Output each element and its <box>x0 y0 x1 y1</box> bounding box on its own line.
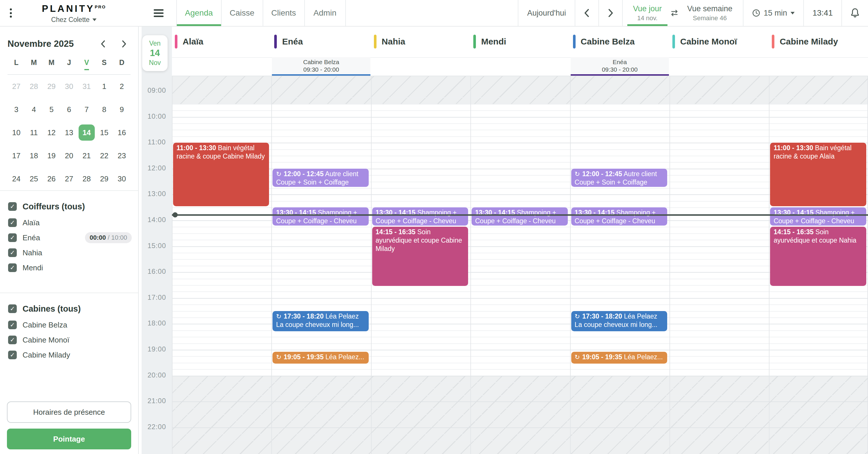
day-cell[interactable]: 7 <box>79 101 95 118</box>
day-cell[interactable]: 11 <box>26 125 42 141</box>
event[interactable]: 14:15 - 16:35 Soin ayurvédique et coupe … <box>770 227 866 286</box>
filter-group-header[interactable]: ✓Cabines (tous) <box>0 300 138 317</box>
event[interactable]: 11:00 - 13:30 Bain végétal racine & coup… <box>173 143 269 206</box>
calendar-grid[interactable]: 11:00 - 13:30 Bain végétal racine & coup… <box>172 76 868 454</box>
tab-clients[interactable]: Clients <box>262 0 304 26</box>
assignment-chip[interactable]: Enéa09:30 - 20:00 <box>571 57 669 76</box>
checkbox-checked[interactable]: ✓ <box>8 218 17 227</box>
day-cell[interactable]: 4 <box>26 101 42 118</box>
day-cell[interactable]: 8 <box>96 101 113 118</box>
day-cell[interactable]: 9 <box>114 101 130 118</box>
filter-item[interactable]: ✓Nahia <box>0 245 138 260</box>
day-cell[interactable]: 23 <box>114 148 130 164</box>
event[interactable]: 13:30 - 14:15 Shampoing + Coupe + Coiffa… <box>273 207 368 226</box>
day-cell[interactable]: 6 <box>61 101 77 118</box>
day-cell[interactable]: 19 <box>43 148 60 164</box>
day-cell[interactable]: 3 <box>8 101 24 118</box>
view-day-button[interactable]: Vue jour 14 nov. <box>630 0 665 26</box>
day-cell[interactable]: 29 <box>43 78 60 94</box>
store-switcher[interactable]: Chez Colette <box>51 16 96 24</box>
day-cell[interactable]: 12 <box>43 125 60 141</box>
tab-agenda[interactable]: Agenda <box>176 0 221 26</box>
event[interactable]: ↻12:00 - 12:45 Autre clientCoupe + Soin … <box>571 169 667 187</box>
day-cell[interactable]: 1 <box>96 78 113 94</box>
prev-day-button[interactable] <box>575 0 598 26</box>
tab-caisse[interactable]: Caisse <box>221 0 262 26</box>
day-cell[interactable]: 15 <box>96 125 113 141</box>
day-cell[interactable]: 28 <box>26 78 42 94</box>
checkbox-checked[interactable]: ✓ <box>8 321 17 329</box>
next-day-button[interactable] <box>598 0 622 26</box>
filter-item[interactable]: ✓Cabine Belza <box>0 317 138 332</box>
hamburger-menu-icon[interactable] <box>150 5 167 21</box>
day-cell[interactable]: 18 <box>26 148 42 164</box>
checkbox-checked[interactable]: ✓ <box>8 335 17 344</box>
day-cell[interactable]: 30 <box>61 78 77 94</box>
day-cell[interactable]: 26 <box>43 171 60 187</box>
event[interactable]: ↻19:05 - 19:35 Léa Pelaez... <box>273 352 368 364</box>
view-week-button[interactable]: Vue semaine Semaine 46 <box>684 0 736 26</box>
assignment-chip[interactable]: Cabine Belza09:30 - 20:00 <box>272 57 370 76</box>
today-button[interactable]: Aujourd'hui <box>518 0 575 26</box>
mini-calendar-prev-button[interactable] <box>100 40 106 48</box>
checkbox-checked[interactable]: ✓ <box>8 248 17 257</box>
checkbox-checked[interactable]: ✓ <box>8 263 17 272</box>
day-cell[interactable]: 22 <box>96 148 113 164</box>
day-cell[interactable]: 16 <box>114 125 130 141</box>
column-header[interactable]: Enéa <box>271 31 371 52</box>
tab-admin[interactable]: Admin <box>304 0 346 26</box>
event[interactable]: ↻12:00 - 12:45 Autre clientCoupe + Soin … <box>273 169 368 187</box>
event[interactable]: ↻17:30 - 18:20 Léa PelaezLa coupe cheveu… <box>273 311 368 331</box>
checkbox-checked[interactable]: ✓ <box>8 351 17 359</box>
column-header[interactable]: Cabine Belza <box>570 31 670 52</box>
event[interactable]: 13:30 - 14:15 Shampoing + Coupe + Coiffa… <box>372 207 468 226</box>
filter-item[interactable]: ✓Mendi <box>0 260 138 275</box>
day-cell[interactable]: 24 <box>8 171 24 187</box>
day-cell[interactable]: 14 <box>79 125 95 141</box>
day-cell[interactable]: 27 <box>61 171 77 187</box>
checkbox-checked[interactable]: ✓ <box>8 202 17 211</box>
column-header[interactable]: Nahia <box>371 31 470 52</box>
day-cell[interactable]: 27 <box>8 78 24 94</box>
mini-calendar-next-button[interactable] <box>121 40 127 48</box>
filter-item[interactable]: ✓Enéa00:00 / 10:00 <box>0 230 138 245</box>
column-header[interactable]: Mendi <box>470 31 570 52</box>
event[interactable]: 13:30 - 14:15 Shampoing + Coupe + Coiffa… <box>770 207 866 226</box>
day-cell[interactable]: 29 <box>96 171 113 187</box>
clock-in-button[interactable]: Pointage <box>7 429 131 449</box>
checkbox-checked[interactable]: ✓ <box>8 304 17 313</box>
event[interactable]: ↻19:05 - 19:35 Léa Pelaez... <box>571 352 667 364</box>
day-cell[interactable]: 13 <box>61 125 77 141</box>
notifications-button[interactable] <box>841 0 868 26</box>
column-header[interactable]: Cabine Milady <box>769 31 868 52</box>
filter-item[interactable]: ✓Cabine Monoï <box>0 332 138 348</box>
column-header[interactable]: Alaïa <box>172 31 271 52</box>
filter-group-header[interactable]: ✓Coiffeurs (tous) <box>0 198 138 215</box>
day-cell[interactable]: 20 <box>61 148 77 164</box>
presence-hours-button[interactable]: Horaires de présence <box>7 401 131 423</box>
grid-line <box>172 408 868 409</box>
day-cell[interactable]: 31 <box>79 78 95 94</box>
day-cell[interactable]: 25 <box>26 171 42 187</box>
time-step-dropdown[interactable]: 15 min <box>743 0 803 26</box>
kebab-menu-icon[interactable] <box>7 5 15 21</box>
day-cell[interactable]: 30 <box>114 171 130 187</box>
checkbox-checked[interactable]: ✓ <box>8 233 17 242</box>
weekday-header: L <box>7 58 25 70</box>
filter-item[interactable]: ✓Cabine Milady <box>0 348 138 362</box>
event-time: 12:00 - 12:45 <box>582 170 622 177</box>
swap-view-icon[interactable] <box>670 9 679 17</box>
day-cell[interactable]: 28 <box>79 171 95 187</box>
event[interactable]: 14:15 - 16:35 Soin ayurvédique et coupe … <box>372 227 468 286</box>
filter-item[interactable]: ✓Alaïa <box>0 215 138 230</box>
event[interactable]: ↻17:30 - 18:20 Léa PelaezLa coupe cheveu… <box>571 311 667 331</box>
event[interactable]: 13:30 - 14:15 Shampoing + Coupe + Coiffa… <box>571 207 667 226</box>
event[interactable]: 13:30 - 14:15 Shampoing + Coupe + Coiffa… <box>471 207 567 226</box>
event[interactable]: 11:00 - 13:30 Bain végétal racine & coup… <box>770 143 866 206</box>
day-cell[interactable]: 17 <box>8 148 24 164</box>
day-cell[interactable]: 2 <box>114 78 130 94</box>
day-cell[interactable]: 21 <box>79 148 95 164</box>
day-cell[interactable]: 10 <box>8 125 24 141</box>
day-cell[interactable]: 5 <box>43 101 60 118</box>
column-header[interactable]: Cabine Monoï <box>670 31 769 52</box>
